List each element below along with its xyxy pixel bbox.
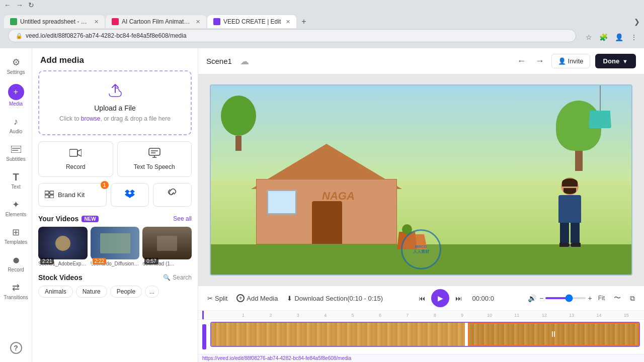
text-icon: T xyxy=(10,171,22,183)
browser-chrome: ← → ↻ Untitled spreadsheet - Goo... ✕ AI… xyxy=(0,0,644,48)
download-section-button[interactable]: ⬇ Download Section(0:10 - 0:15) xyxy=(284,293,386,304)
stock-videos-section: Stock Videos 🔍 Search Animals Nature Peo… xyxy=(32,274,198,298)
see-all-link[interactable]: See all xyxy=(173,215,192,222)
video-thumb-1[interactable]: 2:21 Scene1_AdobeExpres... xyxy=(38,227,88,266)
add-media-icon: + xyxy=(236,294,245,302)
sidebar-item-templates[interactable]: ⊞ Templates xyxy=(2,222,30,249)
split-button[interactable]: ✂ Split xyxy=(204,293,230,304)
marker-1: 1 xyxy=(229,311,257,319)
sidebar-item-audio[interactable]: ♪ Audio xyxy=(2,112,30,138)
sidebar-item-subtitles[interactable]: Subtitles xyxy=(2,139,30,166)
timeline-track[interactable]: ⏸ xyxy=(202,322,640,352)
tab-close-1[interactable]: ✕ xyxy=(94,19,99,25)
extension-btn[interactable]: 🧩 xyxy=(597,32,610,42)
svg-rect-0 xyxy=(11,146,21,153)
sidebar-item-media[interactable]: + Media xyxy=(2,80,30,111)
brand-badge: 1 xyxy=(101,181,109,189)
canvas[interactable]: NAGA xyxy=(210,84,632,276)
sidebar-item-transitions[interactable]: ⇄ Transitions xyxy=(2,278,30,304)
svg-rect-10 xyxy=(45,191,49,194)
refresh-btn[interactable]: ↻ xyxy=(26,0,36,10)
invite-button[interactable]: 👤 Invite xyxy=(551,54,590,68)
play-button[interactable]: ▶ xyxy=(431,289,449,307)
tab-bar: Untitled spreadsheet - Goo... ✕ AI Carto… xyxy=(0,12,644,28)
skip-back-button[interactable]: ⏮ xyxy=(416,293,428,304)
download-label: Download Section(0:10 - 0:15) xyxy=(294,295,383,302)
sidebar-item-help[interactable]: ? xyxy=(2,338,30,358)
back-btn[interactable]: ← xyxy=(2,0,13,10)
tag-animals[interactable]: Animals xyxy=(38,286,73,298)
dropbox-button[interactable] xyxy=(111,183,149,207)
track-segment-2[interactable]: ⏸ xyxy=(468,323,639,346)
download-icon: ⬇ xyxy=(287,295,292,302)
sidebar-item-settings[interactable]: ⚙ Settings xyxy=(2,52,30,79)
new-tab-btn[interactable]: + xyxy=(297,15,310,28)
sidebar-item-text[interactable]: T Text xyxy=(2,167,30,194)
redo-button[interactable]: → xyxy=(533,54,546,68)
done-button[interactable]: Done ▼ xyxy=(595,54,636,68)
tts-button[interactable]: Text To Speech xyxy=(117,141,192,177)
skip-forward-button[interactable]: ⏭ xyxy=(452,293,465,304)
undo-button[interactable]: ← xyxy=(515,54,528,68)
sidebar-label-elements: Elements xyxy=(6,212,27,217)
tab-favicon-1 xyxy=(10,18,17,25)
forward-btn[interactable]: → xyxy=(14,0,25,10)
add-media-label: Add Media xyxy=(247,295,278,302)
stock-tags: Animals Nature People ... xyxy=(38,286,192,298)
volume-button[interactable]: 🔊 xyxy=(528,294,536,302)
url-text[interactable]: veed.io/edit/88f08276-ab74-4282-bc84-fe8… xyxy=(26,32,187,39)
add-media-button[interactable]: + Add Media xyxy=(233,292,281,304)
timeline-bar: ✂ Split + Add Media ⬇ Download Section(0… xyxy=(198,286,644,354)
marker-8: 8 xyxy=(421,311,448,319)
sidebar-item-elements[interactable]: ✦ Elements xyxy=(2,195,30,221)
zoom-out-button[interactable]: − xyxy=(539,294,543,302)
stock-search[interactable]: 🔍 Search xyxy=(163,274,192,281)
sidebar-label-transitions: Transitions xyxy=(4,295,28,300)
status-bar: https://veed.io/edit/88f08276-ab74-4282-… xyxy=(198,354,644,362)
zoom-slider[interactable] xyxy=(545,297,586,299)
upload-subtitle: Click to browse, or drag & drop a file h… xyxy=(59,115,171,122)
stock-more-btn[interactable]: ... xyxy=(145,286,159,298)
brand-kit-button[interactable]: Brand Kit 1 xyxy=(38,183,107,207)
tab-cartoon[interactable]: AI Cartoon Film Animation - C... ✕ xyxy=(106,15,206,28)
fit-button[interactable]: Fit xyxy=(595,294,608,303)
record-button[interactable]: Record xyxy=(38,141,113,177)
menu-btn[interactable]: ⋮ xyxy=(628,32,640,42)
video-thumb-3[interactable]: 0:57 download (1... xyxy=(142,227,192,266)
svg-rect-11 xyxy=(50,191,54,194)
templates-icon: ⊞ xyxy=(10,226,22,238)
profile-btn[interactable]: 👤 xyxy=(612,32,626,42)
tab-spreadsheet[interactable]: Untitled spreadsheet - Goo... ✕ xyxy=(4,15,105,28)
panel-header: Add media xyxy=(32,48,198,70)
track-main[interactable]: ⏸ xyxy=(210,322,640,347)
svg-rect-3 xyxy=(69,149,77,156)
bookmark-btn[interactable]: ☆ xyxy=(583,32,595,42)
done-chevron-icon: ▼ xyxy=(622,58,628,64)
tab-close-3[interactable]: ✕ xyxy=(286,19,290,25)
marker-12: 12 xyxy=(531,311,558,319)
tab-overflow-btn[interactable]: ❯ xyxy=(634,18,640,26)
browse-link[interactable]: browse xyxy=(81,115,101,122)
video-thumb-2[interactable]: 2:22 Leonardo_Diffusion_c... xyxy=(91,227,140,266)
tab-favicon-3 xyxy=(213,18,220,25)
link-button[interactable] xyxy=(153,183,192,207)
upload-area[interactable]: Upload a File Click to browse, or drag &… xyxy=(38,70,192,135)
main-area: Scene1 ☁ ← → 👤 Invite Done ▼ xyxy=(198,48,644,362)
your-videos-section: Your Videos NEW See all 2:21 Scene1_Adob… xyxy=(32,215,198,266)
tab-close-2[interactable]: ✕ xyxy=(196,19,200,25)
sidebar-label-media: Media xyxy=(9,101,23,107)
panel-title: Add media xyxy=(40,55,190,65)
tag-nature[interactable]: Nature xyxy=(76,286,107,298)
marker-14: 14 xyxy=(585,311,612,319)
invite-label: Invite xyxy=(568,57,584,65)
help-icon: ? xyxy=(10,342,22,354)
tab-veed[interactable]: VEED CREATE | Edit ✕ xyxy=(207,15,296,28)
caption-button[interactable]: ⧉ xyxy=(627,293,638,304)
stock-header: Stock Videos 🔍 Search xyxy=(38,274,192,282)
tag-people[interactable]: People xyxy=(110,286,142,298)
zoom-in-button[interactable]: + xyxy=(588,294,592,302)
sidebar-item-record[interactable]: ⬤ Record xyxy=(2,250,30,277)
icon-sidebar: ⚙ Settings + Media ♪ Audio Subtitles T T… xyxy=(0,48,32,362)
marker-2: 2 xyxy=(257,311,284,319)
waveform-button[interactable]: 〜 xyxy=(611,293,624,304)
